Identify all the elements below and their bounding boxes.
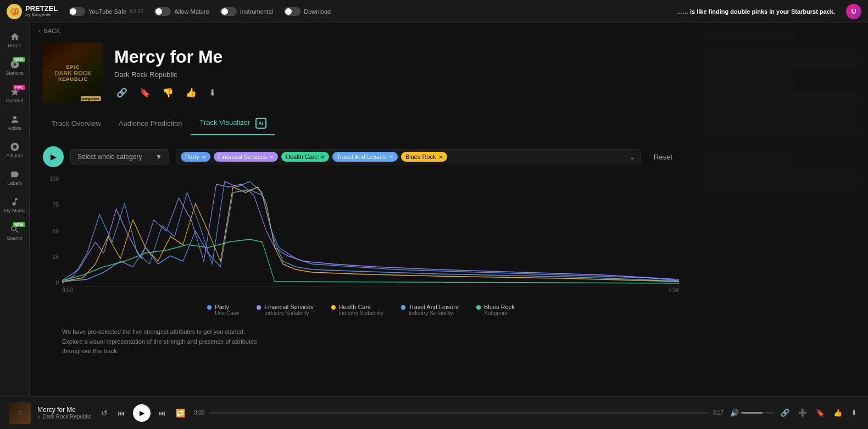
back-button[interactable]: ‹ BACK [30,23,692,38]
app-tagline: by Sorgente [25,13,58,18]
chart-y-labels: 100 75 50 25 0 [43,176,62,286]
tag-health-care[interactable]: Health Care ✕ [281,152,329,162]
tag-financial-close[interactable]: ✕ [269,154,274,160]
download-track-button[interactable]: ⬇ [207,85,218,100]
tag-financial-services[interactable]: Financial Services ✕ [214,152,278,162]
sidebar-item-home[interactable]: Home [2,28,27,53]
legend-healthcare-dot [331,305,336,310]
player-artist-icon: ♪ [37,414,40,420]
category-placeholder: Select whole category [77,153,142,161]
player-restart-button[interactable]: ↺ [99,406,110,420]
svg-rect-0 [62,176,679,286]
player-download-button[interactable]: ⬇ [849,406,859,419]
reset-button[interactable]: Reset [647,150,679,164]
main-layout: Home Stations NEW Curated PRO Artists Al… [0,23,868,396]
download-switch[interactable] [284,7,301,16]
rp-block-1 [699,47,861,69]
tab-audience-prediction[interactable]: Audience Prediction [110,114,191,134]
player-repeat-button[interactable]: 🔁 [174,406,187,420]
chart-svg [62,176,679,286]
play-preview-button[interactable]: ▶ [43,146,64,167]
sidebar-item-artists[interactable]: Artists [2,110,27,135]
y-label-0: 0 [55,280,59,286]
tag-healthcare-label: Health Care [286,153,318,160]
back-chevron-icon: ‹ [38,28,41,34]
volume-bar[interactable] [741,412,774,414]
instrumental-toggle[interactable]: Instrumental [220,7,274,16]
legend-healthcare-label: Health Care [339,304,383,310]
download-label: Download [304,8,331,15]
stations-badge: NEW [13,57,25,62]
rp-block-4 [699,118,861,140]
player-bookmark-button[interactable]: 🔖 [814,406,827,419]
sidebar-item-albums[interactable]: Albums [2,138,27,163]
youtube-safe-label: YouTube Safe [88,8,126,15]
bookmark-button[interactable]: 🔖 [137,85,153,100]
grid-line-0 [62,286,679,287]
legend-bluesrock-dot [476,305,481,310]
bottom-player: 🎵 Mercy for Me ♪ Dark Rock Republic ↺ ⏮ … [0,396,868,429]
youtube-safe-switch[interactable] [69,7,85,16]
player-progress: 0:00 3:17 [194,410,724,416]
legend-party: Party Use Case [207,304,239,316]
sidebar-item-stations[interactable]: Stations NEW [2,55,27,80]
allow-mature-switch[interactable] [154,7,171,16]
ai-icon: AI [255,118,266,129]
player-track-title: Mercy for Me [37,406,92,414]
player-next-button[interactable]: ⏭ [156,406,168,420]
category-dropdown[interactable]: Select whole category ▼ [70,149,169,164]
y-label-25: 25 [53,254,59,260]
sidebar-item-curated[interactable]: Curated PRO [2,82,27,108]
artwork-text-epic: epic [66,64,80,70]
allow-mature-toggle[interactable]: Allow Mature [154,7,209,16]
player-prev-button[interactable]: ⏮ [115,406,127,420]
sidebar-item-labels[interactable]: Labels [2,165,27,190]
tab-track-visualizer[interactable]: Track Visualizer AI [191,112,275,135]
volume-control: 🔊 [730,409,774,417]
volume-icon: 🔊 [730,409,739,417]
player-like-button[interactable]: 👍 [831,406,844,419]
legend-financial-label: Financial Services [264,304,313,310]
youtube-safe-toggle[interactable]: YouTube Safe 53 22 [69,7,143,16]
tags-expand-icon[interactable]: ⌄ [629,152,636,161]
tag-travel-and-leisure[interactable]: Travel And Leisure ✕ [332,152,398,162]
app-logo[interactable]: 🥨 PRETZEL by Sorgente [7,4,58,19]
tag-blues-rock[interactable]: Blues Rock ✕ [401,152,447,162]
sidebar-item-search[interactable]: Search NEW [2,220,27,245]
player-play-button[interactable]: ▶ [133,404,151,422]
tag-travel-label: Travel And Leisure [337,153,387,160]
instrumental-switch[interactable] [220,7,237,16]
tag-party-close[interactable]: ✕ [202,154,206,160]
player-right-controls: 🔊 🔗 ➕ 🔖 👍 ⬇ [730,406,859,419]
rp-title [699,30,797,43]
progress-bar[interactable] [209,412,708,414]
pretzel-icon: 🥨 [7,4,22,19]
track-actions: 🔗 🔖 👎 👍 ⬇ [114,85,679,100]
tag-party[interactable]: Party ✕ [181,152,210,162]
link-button[interactable]: 🔗 [114,85,130,100]
player-add-button[interactable]: ➕ [796,406,809,419]
track-artist: Dark Rock Republic [114,70,679,79]
tag-travel-close[interactable]: ✕ [389,154,393,160]
volume-fill [741,412,763,414]
legend-healthcare-sub: Industry Suitability [339,310,383,316]
dislike-button[interactable]: 👎 [160,85,176,100]
user-avatar[interactable]: U [846,4,861,19]
legend-bluesrock-label: Blues Rock [484,304,515,310]
tag-healthcare-close[interactable]: ✕ [320,154,325,160]
player-track-info: Mercy for Me ♪ Dark Rock Republic [37,406,92,420]
tab-track-overview[interactable]: Track Overview [43,114,110,134]
visualizer-section: ▶ Select whole category ▼ Party ✕ Financ… [30,135,692,396]
like-button[interactable]: 👍 [183,85,199,100]
legend-travel-sub: Industry Suitability [409,310,459,316]
sidebar-item-my-music[interactable]: My Music [2,193,27,218]
tag-bluesrock-close[interactable]: ✕ [438,154,443,160]
y-label-100: 100 [49,176,59,182]
app-name: PRETZEL [25,5,58,13]
chart-time-labels: 0:00 5:56 [62,287,679,297]
download-toggle[interactable]: Download [284,7,331,16]
category-chevron-icon: ▼ [155,153,162,161]
player-share-button[interactable]: 🔗 [778,406,792,419]
legend-travel-label: Travel And Leisure [409,304,459,310]
track-info: Mercy for Me Dark Rock Republic 🔗 🔖 👎 👍 … [114,47,679,100]
